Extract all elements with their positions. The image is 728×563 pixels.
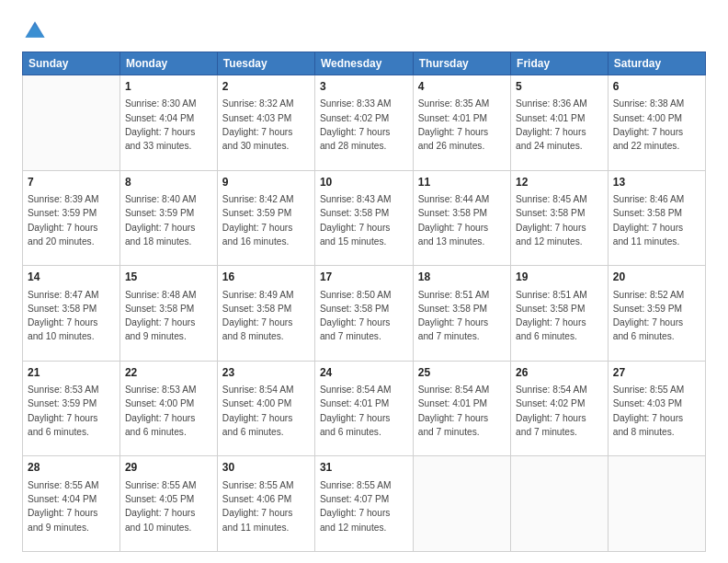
day-detail: Sunrise: 8:40 AM Sunset: 3:59 PM Dayligh… bbox=[125, 192, 212, 248]
day-header-tuesday: Tuesday bbox=[217, 52, 314, 75]
day-number: 13 bbox=[613, 175, 700, 190]
day-detail: Sunrise: 8:54 AM Sunset: 4:01 PM Dayligh… bbox=[320, 383, 408, 439]
logo bbox=[22, 17, 53, 42]
day-detail: Sunrise: 8:50 AM Sunset: 3:58 PM Dayligh… bbox=[320, 288, 408, 344]
day-detail: Sunrise: 8:53 AM Sunset: 4:00 PM Dayligh… bbox=[125, 383, 212, 439]
day-cell: 26Sunrise: 8:54 AM Sunset: 4:02 PM Dayli… bbox=[511, 361, 609, 456]
day-number: 14 bbox=[28, 270, 115, 285]
day-detail: Sunrise: 8:51 AM Sunset: 3:58 PM Dayligh… bbox=[418, 288, 506, 344]
day-cell: 9Sunrise: 8:42 AM Sunset: 3:59 PM Daylig… bbox=[217, 170, 314, 266]
day-detail: Sunrise: 8:39 AM Sunset: 3:59 PM Dayligh… bbox=[28, 192, 115, 248]
day-number: 25 bbox=[418, 365, 506, 381]
day-number: 17 bbox=[320, 270, 408, 285]
day-cell: 4Sunrise: 8:35 AM Sunset: 4:01 PM Daylig… bbox=[413, 75, 510, 171]
day-cell: 1Sunrise: 8:30 AM Sunset: 4:04 PM Daylig… bbox=[119, 75, 217, 171]
day-cell: 14Sunrise: 8:47 AM Sunset: 3:58 PM Dayli… bbox=[23, 266, 120, 362]
day-cell: 17Sunrise: 8:50 AM Sunset: 3:58 PM Dayli… bbox=[314, 266, 413, 362]
page: SundayMondayTuesdayWednesdayThursdayFrid… bbox=[0, 0, 728, 563]
day-detail: Sunrise: 8:32 AM Sunset: 4:03 PM Dayligh… bbox=[222, 97, 310, 153]
week-row-1: 7Sunrise: 8:39 AM Sunset: 3:59 PM Daylig… bbox=[23, 170, 706, 266]
week-row-0: 1Sunrise: 8:30 AM Sunset: 4:04 PM Daylig… bbox=[23, 75, 706, 171]
day-cell: 21Sunrise: 8:53 AM Sunset: 3:59 PM Dayli… bbox=[23, 361, 120, 456]
day-header-wednesday: Wednesday bbox=[314, 52, 413, 75]
day-number: 31 bbox=[320, 460, 408, 476]
day-number: 18 bbox=[418, 270, 506, 285]
day-cell: 31Sunrise: 8:55 AM Sunset: 4:07 PM Dayli… bbox=[314, 456, 413, 552]
day-number: 3 bbox=[320, 79, 408, 95]
day-number: 28 bbox=[28, 460, 115, 476]
day-number: 26 bbox=[516, 365, 603, 381]
day-cell: 29Sunrise: 8:55 AM Sunset: 4:05 PM Dayli… bbox=[119, 456, 217, 552]
day-detail: Sunrise: 8:55 AM Sunset: 4:05 PM Dayligh… bbox=[125, 478, 212, 534]
day-header-monday: Monday bbox=[119, 52, 217, 75]
day-detail: Sunrise: 8:46 AM Sunset: 3:58 PM Dayligh… bbox=[613, 192, 700, 248]
day-cell: 25Sunrise: 8:54 AM Sunset: 4:01 PM Dayli… bbox=[413, 361, 510, 456]
day-detail: Sunrise: 8:38 AM Sunset: 4:00 PM Dayligh… bbox=[613, 97, 700, 153]
day-number: 11 bbox=[418, 175, 506, 190]
day-detail: Sunrise: 8:51 AM Sunset: 3:58 PM Dayligh… bbox=[516, 288, 603, 344]
day-detail: Sunrise: 8:54 AM Sunset: 4:02 PM Dayligh… bbox=[516, 383, 603, 439]
day-cell bbox=[511, 456, 609, 552]
calendar: SundayMondayTuesdayWednesdayThursdayFrid… bbox=[22, 52, 706, 552]
day-detail: Sunrise: 8:44 AM Sunset: 3:58 PM Dayligh… bbox=[418, 192, 506, 248]
day-detail: Sunrise: 8:54 AM Sunset: 4:01 PM Dayligh… bbox=[418, 383, 506, 439]
day-detail: Sunrise: 8:52 AM Sunset: 3:59 PM Dayligh… bbox=[613, 288, 700, 344]
day-cell: 16Sunrise: 8:49 AM Sunset: 3:58 PM Dayli… bbox=[217, 266, 314, 362]
day-number: 9 bbox=[222, 175, 310, 190]
day-cell: 8Sunrise: 8:40 AM Sunset: 3:59 PM Daylig… bbox=[119, 170, 217, 266]
day-number: 30 bbox=[222, 460, 310, 476]
day-cell: 6Sunrise: 8:38 AM Sunset: 4:00 PM Daylig… bbox=[608, 75, 705, 171]
day-detail: Sunrise: 8:53 AM Sunset: 3:59 PM Dayligh… bbox=[28, 383, 115, 439]
day-cell: 2Sunrise: 8:32 AM Sunset: 4:03 PM Daylig… bbox=[217, 75, 314, 171]
day-cell bbox=[608, 456, 705, 552]
day-cell: 15Sunrise: 8:48 AM Sunset: 3:58 PM Dayli… bbox=[119, 266, 217, 362]
day-detail: Sunrise: 8:43 AM Sunset: 3:58 PM Dayligh… bbox=[320, 192, 408, 248]
day-cell: 24Sunrise: 8:54 AM Sunset: 4:01 PM Dayli… bbox=[314, 361, 413, 456]
day-cell: 12Sunrise: 8:45 AM Sunset: 3:58 PM Dayli… bbox=[511, 170, 609, 266]
day-cell: 13Sunrise: 8:46 AM Sunset: 3:58 PM Dayli… bbox=[608, 170, 705, 266]
day-detail: Sunrise: 8:45 AM Sunset: 3:58 PM Dayligh… bbox=[516, 192, 603, 248]
day-cell: 27Sunrise: 8:55 AM Sunset: 4:03 PM Dayli… bbox=[608, 361, 705, 456]
day-cell: 7Sunrise: 8:39 AM Sunset: 3:59 PM Daylig… bbox=[23, 170, 120, 266]
day-number: 10 bbox=[320, 175, 408, 190]
day-number: 7 bbox=[28, 175, 115, 190]
day-number: 1 bbox=[125, 79, 212, 95]
day-detail: Sunrise: 8:55 AM Sunset: 4:03 PM Dayligh… bbox=[613, 383, 700, 439]
day-number: 12 bbox=[516, 175, 603, 190]
day-cell: 10Sunrise: 8:43 AM Sunset: 3:58 PM Dayli… bbox=[314, 170, 413, 266]
day-cell: 11Sunrise: 8:44 AM Sunset: 3:58 PM Dayli… bbox=[413, 170, 510, 266]
day-header-friday: Friday bbox=[511, 52, 609, 75]
day-cell bbox=[413, 456, 510, 552]
day-cell: 5Sunrise: 8:36 AM Sunset: 4:01 PM Daylig… bbox=[511, 75, 609, 171]
day-detail: Sunrise: 8:47 AM Sunset: 3:58 PM Dayligh… bbox=[28, 288, 115, 344]
day-number: 2 bbox=[222, 79, 310, 95]
day-cell: 20Sunrise: 8:52 AM Sunset: 3:59 PM Dayli… bbox=[608, 266, 705, 362]
day-cell: 23Sunrise: 8:54 AM Sunset: 4:00 PM Dayli… bbox=[217, 361, 314, 456]
day-detail: Sunrise: 8:49 AM Sunset: 3:58 PM Dayligh… bbox=[222, 288, 310, 344]
day-detail: Sunrise: 8:30 AM Sunset: 4:04 PM Dayligh… bbox=[125, 97, 212, 153]
day-detail: Sunrise: 8:55 AM Sunset: 4:06 PM Dayligh… bbox=[222, 478, 310, 534]
day-header-saturday: Saturday bbox=[608, 52, 705, 75]
day-number: 5 bbox=[516, 79, 603, 95]
logo-icon bbox=[22, 17, 48, 42]
week-row-2: 14Sunrise: 8:47 AM Sunset: 3:58 PM Dayli… bbox=[23, 266, 706, 362]
calendar-header-row: SundayMondayTuesdayWednesdayThursdayFrid… bbox=[23, 52, 706, 75]
day-cell: 19Sunrise: 8:51 AM Sunset: 3:58 PM Dayli… bbox=[511, 266, 609, 362]
day-detail: Sunrise: 8:55 AM Sunset: 4:07 PM Dayligh… bbox=[320, 478, 408, 534]
day-detail: Sunrise: 8:36 AM Sunset: 4:01 PM Dayligh… bbox=[516, 97, 603, 153]
day-header-thursday: Thursday bbox=[413, 52, 510, 75]
day-number: 15 bbox=[125, 270, 212, 285]
day-header-sunday: Sunday bbox=[23, 52, 120, 75]
day-cell: 18Sunrise: 8:51 AM Sunset: 3:58 PM Dayli… bbox=[413, 266, 510, 362]
day-number: 20 bbox=[613, 270, 700, 285]
day-number: 4 bbox=[418, 79, 506, 95]
day-detail: Sunrise: 8:55 AM Sunset: 4:04 PM Dayligh… bbox=[28, 478, 115, 534]
day-number: 23 bbox=[222, 365, 310, 381]
day-detail: Sunrise: 8:48 AM Sunset: 3:58 PM Dayligh… bbox=[125, 288, 212, 344]
day-number: 8 bbox=[125, 175, 212, 190]
day-number: 19 bbox=[516, 270, 603, 285]
day-cell: 22Sunrise: 8:53 AM Sunset: 4:00 PM Dayli… bbox=[119, 361, 217, 456]
day-number: 27 bbox=[613, 365, 700, 381]
day-number: 21 bbox=[28, 365, 115, 381]
day-number: 29 bbox=[125, 460, 212, 476]
